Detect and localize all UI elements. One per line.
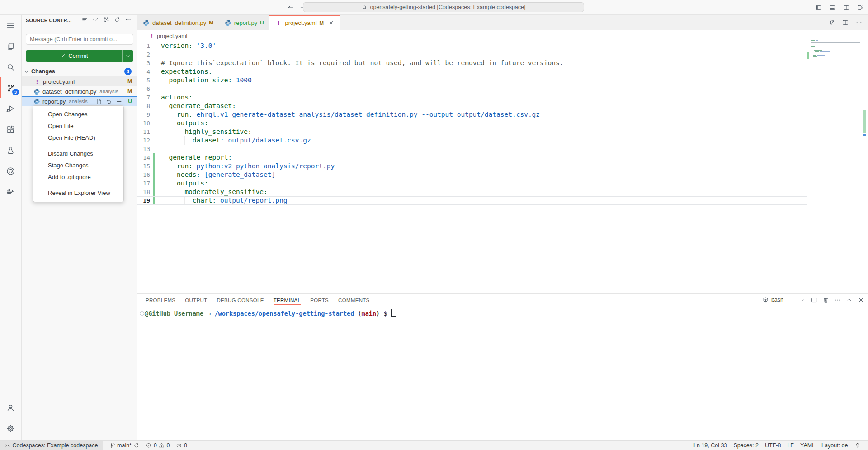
toggle-panel-button[interactable] <box>826 2 838 13</box>
branch-indicator[interactable]: main* <box>106 441 143 450</box>
line-number: 8 <box>137 102 150 110</box>
more-actions-icon[interactable] <box>834 297 841 303</box>
minimap-line <box>811 40 815 41</box>
code-line-14[interactable]: 14 generate_report: <box>137 153 868 162</box>
toggle-sidebar-button[interactable] <box>812 2 824 13</box>
indentation-indicator[interactable]: Spaces: 2 <box>730 441 762 450</box>
accounts-button[interactable] <box>0 397 21 418</box>
discard-changes-icon[interactable] <box>106 98 113 105</box>
tab-ports[interactable]: PORTS <box>310 295 329 305</box>
kill-terminal-icon[interactable] <box>822 297 829 303</box>
code-line-15[interactable]: 15 run: python:v2 python analysis/report… <box>137 162 868 171</box>
tab-close-button[interactable] <box>328 20 334 26</box>
split-editor-layout-button[interactable] <box>840 2 852 13</box>
sidebar-item-explorer[interactable] <box>0 36 21 57</box>
sidebar-item-source-control[interactable]: 3 <box>0 77 21 98</box>
settings-button[interactable] <box>0 418 21 439</box>
sidebar-item-github[interactable] <box>0 161 21 181</box>
commit-dropdown-button[interactable] <box>122 50 133 62</box>
stage-changes-icon[interactable] <box>116 98 123 105</box>
code-line-5[interactable]: 5 population_size: 1000 <box>137 76 868 85</box>
changed-file-project-yaml[interactable]: project.yaml M <box>22 76 137 86</box>
code-line-7[interactable]: 7actions: <box>137 93 868 102</box>
view-and-sort-icon[interactable] <box>81 16 88 23</box>
commit-button[interactable]: Commit <box>26 50 133 62</box>
sidebar-item-extensions[interactable] <box>0 119 21 140</box>
terminal-prompt[interactable]: @GitHub_Username → /workspaces/opensafel… <box>145 309 396 318</box>
menu-item-reveal-in-explorer[interactable]: Reveal in Explorer View <box>33 187 123 199</box>
open-changes-icon[interactable] <box>828 19 835 26</box>
code-line-18[interactable]: 18 moderately_sensitive: <box>137 188 868 196</box>
application-menu-button[interactable] <box>0 15 21 36</box>
problems-indicator[interactable]: 0 0 <box>142 441 173 450</box>
changed-file-report-py[interactable]: report.py analysis U <box>22 96 137 106</box>
refresh-icon[interactable] <box>114 16 121 23</box>
terminal-instance-item[interactable]: bash <box>762 297 783 303</box>
line-number: 5 <box>137 76 150 85</box>
menu-item-open-changes[interactable]: Open Changes <box>33 109 123 120</box>
tab-dataset-definition[interactable]: dataset_definition.py M <box>137 15 219 30</box>
split-editor-icon[interactable] <box>842 19 849 26</box>
sidebar-item-run-debug[interactable] <box>0 98 21 119</box>
terminal-dropdown-icon[interactable] <box>800 297 806 303</box>
tab-project-yaml[interactable]: project.yaml M <box>269 15 340 30</box>
maximize-panel-icon[interactable] <box>846 297 853 303</box>
tab-report-py[interactable]: report.py U <box>219 15 270 30</box>
split-terminal-icon[interactable] <box>811 297 817 303</box>
changes-section-header[interactable]: Changes 3 <box>22 66 137 76</box>
code-line-17[interactable]: 17 outputs: <box>137 179 868 188</box>
menu-item-discard-changes[interactable]: Discard Changes <box>33 148 123 160</box>
customize-layout-button[interactable] <box>854 2 866 13</box>
new-terminal-icon[interactable] <box>788 297 795 303</box>
code-line-8[interactable]: 8 generate_dataset: <box>137 102 868 110</box>
code-line-2[interactable]: 2 <box>137 50 868 59</box>
eol-indicator[interactable]: LF <box>784 441 797 450</box>
code-line-9[interactable]: 9 run: ehrql:v1 generate-dataset analysi… <box>137 110 868 119</box>
code-line-16[interactable]: 16 needs: [generate_dataset] <box>137 171 868 179</box>
command-center-search[interactable]: opensafely-getting-started [Codespaces: … <box>303 2 584 12</box>
tab-debug-console[interactable]: DEBUG CONSOLE <box>217 295 264 305</box>
code-line-1[interactable]: 1version: '3.0' <box>137 42 868 50</box>
code-line-12[interactable]: 12 dataset: output/dataset.csv.gz <box>137 136 868 145</box>
tab-comments[interactable]: COMMENTS <box>338 295 369 305</box>
sidebar-item-docker[interactable] <box>0 181 21 202</box>
code-line-10[interactable]: 10 outputs: <box>137 119 868 128</box>
menu-item-stage-changes[interactable]: Stage Changes <box>33 160 123 171</box>
tab-terminal[interactable]: TERMINAL <box>274 295 301 305</box>
language-mode-indicator[interactable]: YAML <box>797 441 818 450</box>
remote-indicator[interactable]: Codespaces: Example codespace <box>0 441 103 450</box>
cursor-position-indicator[interactable]: Ln 19, Col 33 <box>690 441 730 450</box>
yaml-file-icon <box>148 33 156 39</box>
open-file-icon[interactable] <box>96 98 103 105</box>
notifications-bell[interactable] <box>851 441 864 450</box>
branch-create-icon[interactable] <box>103 16 110 23</box>
code-line-3[interactable]: 3# Ignore this`expectation` block. It is… <box>137 59 868 67</box>
sidebar-item-search[interactable] <box>0 57 21 77</box>
commit-message-input[interactable] <box>26 34 133 45</box>
more-actions-icon[interactable] <box>125 16 132 23</box>
more-actions-icon[interactable] <box>855 19 863 26</box>
encoding-indicator[interactable]: UTF-8 <box>762 441 784 450</box>
menu-item-open-file-head[interactable]: Open File (HEAD) <box>33 132 123 144</box>
code-line-6[interactable]: 6 <box>137 85 868 93</box>
changes-label: Changes <box>31 68 55 75</box>
changed-file-dataset-definition[interactable]: dataset_definition.py analysis M <box>22 86 137 96</box>
ports-indicator[interactable]: 0 <box>173 441 190 450</box>
close-panel-icon[interactable] <box>858 297 864 303</box>
code-line-11[interactable]: 11 highly_sensitive: <box>137 128 868 136</box>
commit-button-main[interactable]: Commit <box>26 50 122 62</box>
nav-back-button[interactable] <box>285 2 296 13</box>
keyboard-layout-indicator[interactable]: Layout: de <box>818 441 851 450</box>
commit-check-icon[interactable] <box>92 16 99 23</box>
code-line-4[interactable]: 4expectations: <box>137 67 868 76</box>
tab-problems[interactable]: PROBLEMS <box>146 295 175 305</box>
breadcrumb[interactable]: project.yaml <box>137 30 868 42</box>
code-area[interactable]: 1version: '3.0'23# Ignore this`expectati… <box>137 42 868 293</box>
command-center-text: opensafely-getting-started [Codespaces: … <box>370 4 526 10</box>
tab-output[interactable]: OUTPUT <box>185 295 207 305</box>
sidebar-item-testing[interactable] <box>0 140 21 161</box>
menu-item-add-to-gitignore[interactable]: Add to .gitignore <box>33 171 123 183</box>
menu-item-open-file[interactable]: Open File <box>33 120 123 132</box>
code-line-13[interactable]: 13 <box>137 145 868 153</box>
minimap[interactable] <box>809 40 862 239</box>
